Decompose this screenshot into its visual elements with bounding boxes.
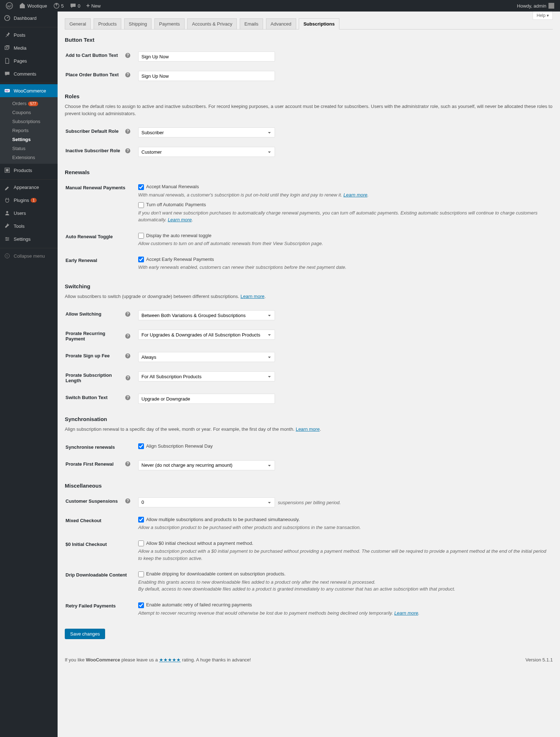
submenu-coupons[interactable]: Coupons	[0, 108, 58, 117]
help-icon[interactable]: ?	[125, 129, 130, 134]
display-toggle-checkbox[interactable]	[138, 233, 144, 239]
learn-more-link[interactable]: Learn more	[394, 610, 418, 616]
label-prorate-length: Prorate Subscription Length	[66, 372, 124, 383]
place-order-input[interactable]	[138, 71, 275, 81]
learn-more-link[interactable]: Learn more	[343, 192, 367, 198]
menu-comments[interactable]: Comments	[0, 67, 58, 80]
menu-woocommerce[interactable]: WooCommerce	[0, 84, 58, 97]
my-account[interactable]: Howdy, admin	[514, 0, 557, 12]
rating-link[interactable]: ★★★★★	[159, 657, 181, 663]
tab-general[interactable]: General	[65, 18, 91, 29]
drip-checkbox[interactable]	[138, 571, 144, 577]
menu-settings[interactable]: Settings	[0, 232, 58, 245]
label-place-order: Place Order Button Text	[66, 72, 119, 77]
tab-emails[interactable]: Emails	[240, 18, 263, 29]
svg-point-10	[5, 254, 10, 258]
collapse-menu[interactable]: Collapse menu	[0, 249, 58, 262]
updates[interactable]: 5	[50, 0, 67, 12]
help-icon[interactable]: ?	[125, 148, 130, 153]
accept-early-checkbox[interactable]	[138, 257, 144, 262]
svg-point-9	[6, 240, 8, 241]
switch-button-input[interactable]	[138, 394, 275, 404]
site-name[interactable]: Wootique	[16, 0, 50, 12]
learn-more-link[interactable]: Learn more	[168, 217, 191, 222]
help-icon[interactable]: ?	[125, 498, 130, 503]
help-icon[interactable]: ?	[125, 72, 130, 77]
menu-posts[interactable]: Posts	[0, 28, 58, 41]
learn-more-link[interactable]: Learn more	[296, 426, 320, 432]
label-manual-renewal: Manual Renewal Payments	[66, 180, 137, 228]
section-renewals: Renewals	[65, 169, 553, 175]
wp-logo[interactable]	[3, 0, 16, 12]
help-icon[interactable]: ?	[125, 461, 130, 466]
help-icon[interactable]: ?	[125, 334, 130, 339]
help-icon[interactable]: ?	[126, 375, 130, 380]
comments-bubble[interactable]: 0	[67, 0, 83, 12]
label-sub-default-role: Subscriber Default Role	[66, 128, 118, 134]
sub-default-role-select[interactable]: Subscriber	[138, 127, 275, 137]
label-mixed-checkout: Mixed Checkout	[66, 512, 137, 535]
learn-more-link[interactable]: Learn more	[240, 294, 264, 299]
svg-point-2	[6, 47, 7, 49]
submenu-subscriptions[interactable]: Subscriptions	[0, 117, 58, 126]
align-day-checkbox[interactable]	[138, 443, 144, 449]
turn-off-auto-checkbox[interactable]	[138, 202, 144, 208]
section-roles: Roles	[65, 93, 553, 99]
admin-menu: Dashboard Posts Media Pages Comments Woo…	[0, 12, 58, 666]
menu-dashboard[interactable]: Dashboard	[0, 12, 58, 24]
prorate-signup-select[interactable]: Always	[138, 352, 275, 362]
orders-badge: 577	[28, 101, 39, 106]
new-content[interactable]: +New	[83, 0, 104, 12]
switching-description: Allow subscribers to switch (upgrade or …	[65, 293, 553, 300]
allow-switch-select[interactable]: Between Both Variations & Grouped Subscr…	[138, 310, 275, 320]
tab-accounts[interactable]: Accounts & Privacy	[187, 18, 237, 29]
menu-media[interactable]: Media	[0, 41, 58, 54]
footer-thanks: If you like WooCommerce please leave us …	[65, 657, 251, 663]
footer: If you like WooCommerce please leave us …	[58, 654, 560, 666]
menu-pages[interactable]: Pages	[0, 54, 58, 67]
zero-checkout-checkbox[interactable]	[138, 541, 144, 546]
roles-description: Choose the default roles to assign to ac…	[65, 103, 553, 117]
plugins-icon	[4, 196, 11, 204]
help-button[interactable]: Help ▾	[533, 12, 553, 20]
collapse-icon	[4, 252, 11, 259]
dashboard-icon	[4, 14, 11, 22]
prorate-length-select[interactable]: For All Subscription Products	[138, 371, 275, 381]
help-icon[interactable]: ?	[125, 395, 130, 400]
section-misc: Miscellaneous	[65, 483, 553, 489]
comment-icon	[4, 70, 11, 77]
tab-subscriptions[interactable]: Subscriptions	[299, 18, 339, 30]
menu-appearance[interactable]: Appearance	[0, 181, 58, 194]
save-button[interactable]: Save changes	[65, 629, 105, 639]
inactive-role-select[interactable]: Customer	[138, 147, 275, 157]
sync-description: Align subscription renewal to a specific…	[65, 426, 553, 433]
retry-checkbox[interactable]	[138, 602, 144, 608]
menu-products[interactable]: Products	[0, 164, 58, 177]
mixed-checkout-checkbox[interactable]	[138, 517, 144, 523]
prorate-recurring-select[interactable]: For Upgrades & Downgrades of All Subscri…	[138, 330, 275, 340]
label-prorate-recurring: Prorate Recurring Payment	[66, 331, 124, 342]
submenu-settings[interactable]: Settings	[0, 135, 58, 144]
submenu-status[interactable]: Status	[0, 144, 58, 153]
susp-suffix: suspensions per billing period.	[278, 500, 341, 505]
appearance-icon	[4, 184, 11, 191]
submenu-reports[interactable]: Reports	[0, 126, 58, 135]
tab-shipping[interactable]: Shipping	[124, 18, 152, 29]
menu-users[interactable]: Users	[0, 207, 58, 220]
accept-manual-checkbox[interactable]	[138, 184, 144, 190]
prorate-first-select[interactable]: Never (do not charge any recurring amoun…	[138, 460, 275, 470]
add-to-cart-input[interactable]	[138, 51, 275, 62]
tab-payments[interactable]: Payments	[154, 18, 185, 29]
help-icon[interactable]: ?	[125, 353, 130, 358]
menu-plugins[interactable]: Plugins1	[0, 194, 58, 207]
help-icon[interactable]: ?	[125, 53, 130, 58]
menu-tools[interactable]: Tools	[0, 220, 58, 232]
label-switch-button: Switch Button Text	[66, 395, 108, 400]
tab-products[interactable]: Products	[94, 18, 121, 29]
svg-point-6	[6, 211, 8, 213]
submenu-extensions[interactable]: Extensions	[0, 153, 58, 162]
cust-susp-select[interactable]: 0	[138, 497, 275, 507]
submenu-orders[interactable]: Orders577	[0, 99, 58, 108]
help-icon[interactable]: ?	[125, 312, 130, 317]
tab-advanced[interactable]: Advanced	[266, 18, 296, 29]
